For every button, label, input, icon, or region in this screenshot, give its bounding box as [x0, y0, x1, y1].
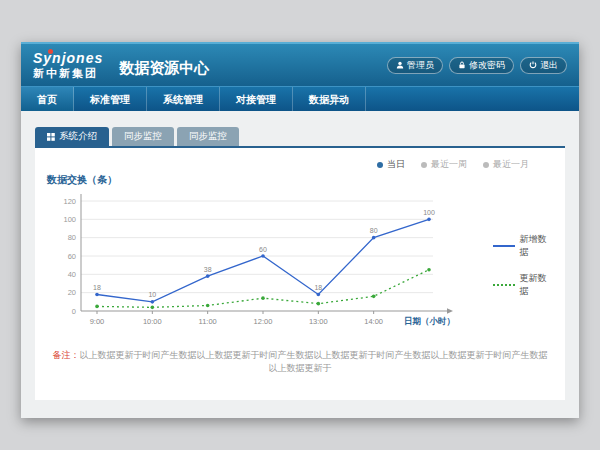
- svg-text:80: 80: [68, 233, 76, 242]
- tab-sync-monitor-2[interactable]: 同步监控: [177, 127, 239, 146]
- svg-text:100: 100: [423, 209, 435, 216]
- nav-item-standard-mgmt[interactable]: 标准管理: [74, 87, 147, 111]
- svg-text:80: 80: [370, 227, 378, 234]
- dot-icon: [483, 162, 489, 168]
- svg-text:100: 100: [63, 215, 76, 224]
- legend-new-data[interactable]: 新增数据: [493, 233, 555, 259]
- svg-text:11:00: 11:00: [199, 317, 217, 326]
- filter-last-week[interactable]: 最近一周: [421, 158, 467, 171]
- svg-text:120: 120: [63, 197, 76, 206]
- chart-panel: 当日 最近一周 最近一月 数据交换（条） 0204060801001209:00…: [35, 146, 565, 400]
- filter-label: 最近一周: [431, 158, 467, 171]
- grid-icon: [47, 133, 55, 141]
- svg-text:12:00: 12:00: [254, 317, 273, 326]
- filter-last-month[interactable]: 最近一月: [483, 158, 529, 171]
- svg-text:40: 40: [68, 270, 76, 279]
- legend-label: 更新数据: [520, 272, 555, 298]
- content-area: 系统介绍 同步监控 同步监控 当日 最近一周: [21, 111, 579, 400]
- change-password-button[interactable]: 修改密码: [449, 57, 514, 74]
- company-logo[interactable]: Synjones 新中新集团: [33, 51, 103, 78]
- range-filter-legend: 当日 最近一周 最近一月: [45, 154, 555, 171]
- header-actions: 管理员 修改密码 退出: [387, 57, 567, 74]
- tab-bar: 系统介绍 同步监控 同步监控: [35, 127, 565, 146]
- svg-text:0: 0: [72, 307, 76, 316]
- svg-text:10: 10: [148, 291, 156, 298]
- app-window: Synjones 新中新集团 数据资源中心 管理员 修改密码 退出: [21, 42, 579, 418]
- tab-label: 系统介绍: [59, 130, 97, 143]
- dot-icon: [377, 162, 383, 168]
- footnote-prefix: 备注：: [53, 350, 80, 360]
- svg-text:18: 18: [93, 284, 101, 291]
- nav-item-home[interactable]: 首页: [21, 87, 74, 111]
- svg-text:60: 60: [259, 246, 267, 253]
- logout-label: 退出: [540, 59, 558, 72]
- footnote-text: 以上数据更新于时间产生数据以上数据更新于时间产生数据以上数据更新于时间产生数据以…: [80, 350, 548, 373]
- legend-updated-data[interactable]: 更新数据: [493, 272, 555, 298]
- legend-label: 新增数据: [520, 233, 555, 259]
- power-icon: [529, 61, 537, 69]
- nav-item-integration-mgmt[interactable]: 对接管理: [220, 87, 293, 111]
- svg-text:13:00: 13:00: [309, 317, 328, 326]
- chart-y-axis-title: 数据交换（条）: [47, 173, 555, 187]
- desktop-background: Synjones 新中新集团 数据资源中心 管理员 修改密码 退出: [0, 0, 600, 450]
- nav-item-data-change[interactable]: 数据异动: [293, 87, 366, 111]
- page-title: 数据资源中心: [119, 59, 209, 78]
- logout-button[interactable]: 退出: [520, 57, 567, 74]
- tab-sync-monitor-1[interactable]: 同步监控: [112, 127, 174, 146]
- filter-label: 最近一月: [493, 158, 529, 171]
- tab-system-intro[interactable]: 系统介绍: [35, 127, 109, 146]
- dotted-line-icon: [493, 284, 515, 286]
- svg-text:日期（小时）: 日期（小时）: [404, 316, 455, 326]
- svg-text:10:00: 10:00: [143, 317, 162, 326]
- nav-item-system-mgmt[interactable]: 系统管理: [147, 87, 220, 111]
- logo-text: Synjones: [33, 51, 103, 66]
- chart-row: 0204060801001209:0010:0011:0012:0013:001…: [45, 187, 555, 337]
- tab-label: 同步监控: [189, 130, 227, 143]
- series-legend: 新增数据 更新数据: [493, 233, 555, 298]
- svg-text:38: 38: [204, 266, 212, 273]
- solid-line-icon: [493, 245, 515, 247]
- svg-text:9:00: 9:00: [90, 317, 105, 326]
- user-icon: [396, 61, 404, 69]
- line-chart: 0204060801001209:0010:0011:0012:0013:001…: [45, 187, 491, 337]
- app-header: Synjones 新中新集团 数据资源中心 管理员 修改密码 退出: [21, 42, 579, 86]
- footnote: 备注：以上数据更新于时间产生数据以上数据更新于时间产生数据以上数据更新于时间产生…: [45, 349, 555, 375]
- main-nav: 首页 标准管理 系统管理 对接管理 数据异动: [21, 86, 579, 111]
- tab-label: 同步监控: [124, 130, 162, 143]
- user-button-label: 管理员: [407, 59, 434, 72]
- user-button[interactable]: 管理员: [387, 57, 443, 74]
- filter-label: 当日: [387, 158, 405, 171]
- dot-icon: [421, 162, 427, 168]
- svg-text:60: 60: [68, 252, 76, 261]
- svg-text:18: 18: [314, 284, 322, 291]
- filter-today[interactable]: 当日: [377, 158, 405, 171]
- logo-subtext: 新中新集团: [33, 67, 103, 79]
- lock-icon: [458, 61, 466, 69]
- svg-text:20: 20: [68, 288, 76, 297]
- svg-text:14:00: 14:00: [364, 317, 383, 326]
- change-password-label: 修改密码: [469, 59, 505, 72]
